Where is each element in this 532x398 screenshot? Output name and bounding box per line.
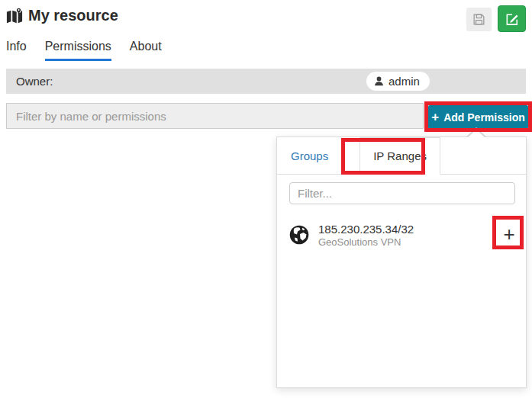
add-ip-range-button[interactable]: + — [497, 221, 521, 247]
ip-range-texts: 185.230.235.34/32 GeoSolutions VPN — [318, 222, 414, 249]
add-permission-button[interactable]: + Add Permission — [428, 105, 528, 129]
page-title: My resource — [6, 7, 118, 24]
tab-groups[interactable]: Groups — [291, 149, 328, 162]
resource-detail-panel: My resource Info Permissions About Owner… — [0, 0, 532, 398]
ip-range-list-item: 185.230.235.34/32 GeoSolutions VPN — [289, 218, 515, 252]
edit-button[interactable] — [498, 5, 526, 32]
page-title-text: My resource — [28, 7, 118, 24]
add-permission-label: Add Permission — [443, 111, 525, 124]
globe-icon — [289, 225, 309, 245]
tab-permissions[interactable]: Permissions — [45, 40, 111, 61]
tab-ip-ranges[interactable]: IP Ranges — [360, 137, 440, 175]
save-button[interactable] — [466, 8, 492, 31]
resource-tabs: Info Permissions About — [6, 40, 162, 61]
ip-range-cidr: 185.230.235.34/32 — [318, 222, 414, 236]
tab-about[interactable]: About — [130, 40, 162, 61]
plus-icon: + — [431, 111, 439, 124]
popover-caret — [467, 130, 485, 138]
tab-info[interactable]: Info — [6, 40, 27, 61]
add-permission-popover: Groups IP Ranges 185.230.235.34/32 GeoSo… — [276, 136, 527, 388]
owner-username: admin — [389, 75, 420, 88]
ip-ranges-filter-input[interactable] — [289, 182, 515, 204]
owner-label: Owner: — [16, 75, 53, 88]
user-icon — [373, 75, 385, 87]
ip-range-name: GeoSolutions VPN — [318, 236, 414, 249]
owner-row: Owner: admin — [6, 69, 526, 94]
save-icon — [472, 12, 486, 27]
map-marked-icon — [6, 8, 23, 24]
popover-tabs: Groups IP Ranges — [277, 137, 526, 175]
permissions-filter-input[interactable] — [6, 103, 424, 129]
owner-badge[interactable]: admin — [366, 72, 430, 91]
edit-pencil-icon — [505, 11, 520, 27]
